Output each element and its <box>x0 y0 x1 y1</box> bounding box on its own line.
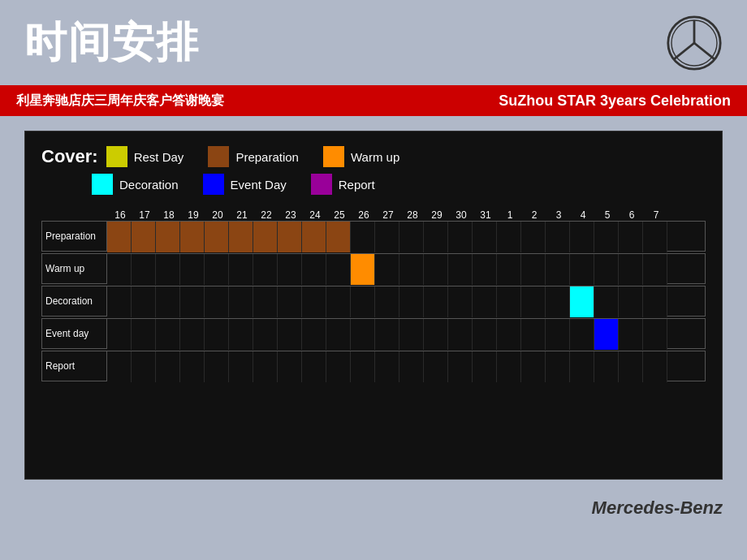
subtitle-left: 利星奔驰店庆三周年庆客户答谢晚宴 <box>16 93 224 110</box>
legend-item-report: Report <box>311 174 375 195</box>
mercedes-logo <box>666 15 723 71</box>
gantt-row-warmup: Warm up <box>41 253 706 284</box>
legend-item-preparation: Preparation <box>208 146 299 167</box>
red-banner: 利星奔驰店庆三周年庆客户答谢晚宴 SuZhou STAR 3years Cele… <box>0 85 747 116</box>
svg-line-4 <box>694 43 715 59</box>
brand-name: Mercedes-Benz <box>592 498 723 519</box>
chart-container: Cover: Rest Day Preparation Warm up Deco… <box>24 131 723 480</box>
legend-label-eventday: Event Day <box>231 178 287 192</box>
legend: Cover: Rest Day Preparation Warm up Deco… <box>41 146 706 195</box>
legend-label-restday: Rest Day <box>134 150 184 164</box>
timeline-header: 16 17 18 19 20 21 22 23 24 25 26 27 28 2… <box>108 209 668 221</box>
header: 时间安排 <box>0 0 747 85</box>
gantt-row-preparation: Preparation <box>41 221 706 252</box>
footer: Mercedes-Benz <box>0 494 747 519</box>
legend-item-restday: Rest Day <box>106 146 184 167</box>
page-title: 时间安排 <box>24 15 200 71</box>
legend-item-warmup: Warm up <box>323 146 399 167</box>
gantt-chart: 16 17 18 19 20 21 22 23 24 25 26 27 28 2… <box>41 209 706 383</box>
legend-label-warmup: Warm up <box>351 150 399 164</box>
legend-item-decoration: Decoration <box>92 174 179 195</box>
legend-item-eventday: Event Day <box>203 174 287 195</box>
gantt-row-eventday: Event day <box>41 318 706 349</box>
legend-label-preparation: Preparation <box>235 150 299 164</box>
legend-cover-label: Cover: <box>41 146 98 167</box>
legend-label-decoration: Decoration <box>119 178 179 192</box>
subtitle-right: SuZhou STAR 3years Celebration <box>499 93 731 110</box>
gantt-row-decoration: Decoration <box>41 286 706 317</box>
legend-label-report: Report <box>339 178 375 192</box>
svg-line-3 <box>675 43 695 59</box>
gantt-row-report: Report <box>41 351 706 381</box>
